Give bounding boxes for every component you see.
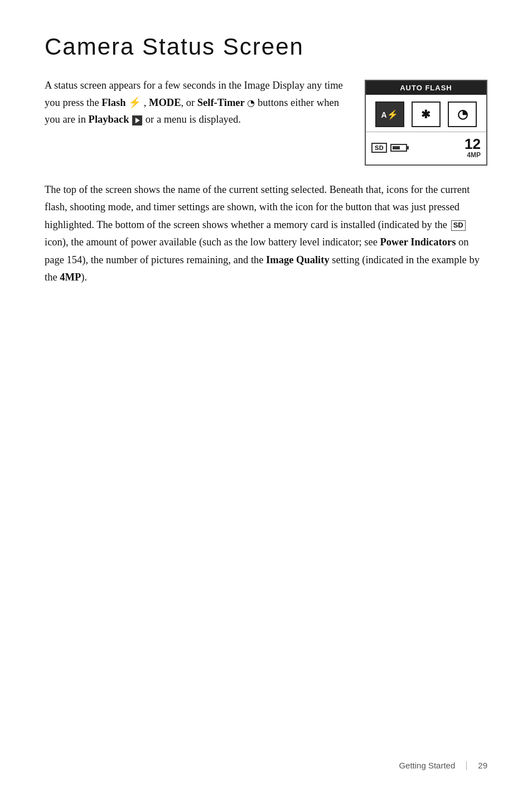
mode-bold: MODE [149, 97, 181, 108]
diagram-mp: 4MP [465, 151, 481, 159]
intro-text: A status screen appears for a few second… [45, 77, 348, 128]
intro-part3: or a menu is displayed. [143, 114, 241, 125]
diagram-mode-icon: ✱ [412, 101, 441, 127]
power-indicators-bold: Power Indicators [380, 236, 456, 248]
body-part5: ). [81, 272, 87, 283]
fourmp-bold: 4MP [60, 272, 81, 283]
footer-divider [466, 761, 467, 770]
body-part2: icon), the amount of power available (su… [45, 236, 378, 248]
playback-bold: Playback [89, 114, 129, 125]
diagram-sd-area: SD [371, 143, 407, 153]
diagram-header: AUTO FLASH [366, 81, 486, 95]
footer-section: Getting Started [399, 761, 455, 770]
body-text: The top of the screen shows the name of … [45, 181, 487, 287]
playback-icon [132, 115, 142, 125]
self-timer-icon: ◔ [247, 96, 255, 110]
diagram-number: 12 [465, 137, 481, 151]
diagram-icons-row: A⚡ ✱ ◔ [366, 95, 486, 132]
diagram-sd-badge: SD [371, 143, 387, 153]
footer-page-number: 29 [478, 761, 487, 770]
flash-bold: Flash ⚡ [101, 97, 141, 108]
diagram-battery-icon [390, 144, 407, 152]
image-quality-bold: Image Quality [266, 254, 330, 265]
diagram-timer-icon: ◔ [448, 101, 477, 127]
intro-block: A status screen appears for a few second… [45, 77, 487, 166]
diagram-number-block: 12 4MP [465, 137, 481, 159]
footer: Getting Started 29 [399, 761, 487, 770]
self-timer-bold: Self-Timer [197, 97, 245, 108]
diagram-bottom-row: SD 12 4MP [366, 132, 486, 165]
body-part1: The top of the screen shows the name of … [45, 184, 470, 230]
page-title: Camera Status Screen [45, 33, 487, 60]
diagram-flash-icon: A⚡ [375, 101, 404, 127]
sd-inline-icon: SD [451, 220, 466, 231]
camera-diagram: AUTO FLASH A⚡ ✱ ◔ SD 12 [365, 80, 487, 166]
